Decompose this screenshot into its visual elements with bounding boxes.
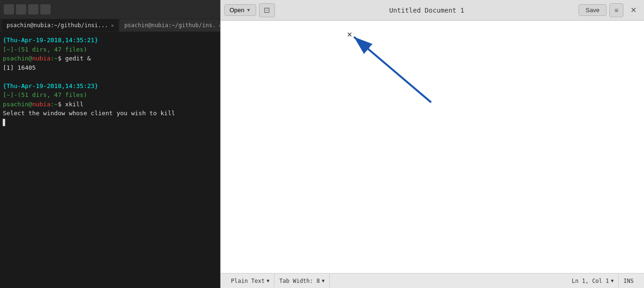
terminal-tab-1-close[interactable]: ✕ (111, 22, 114, 29)
hamburger-icon: ≡ (614, 7, 618, 14)
save-button[interactable]: Save (578, 4, 607, 16)
terminal-line-2: [~]-(51 dirs, 47 files) (3, 45, 217, 54)
terminal-tab-2-label: psachin@nubia:~/github/ins. (124, 22, 215, 29)
terminal-line-3: psachin@nubia:~$ gedit & (3, 54, 217, 63)
svg-line-1 (354, 37, 431, 103)
terminal-btn-3[interactable] (28, 4, 38, 15)
gedit-window: Open ▼ ⊡ Untitled Document 1 Save ≡ ✕ ✕ (220, 0, 644, 288)
cursor-position-label: Ln 1, Col 1 (572, 278, 609, 284)
terminal-line-9: Select the window whose client you wish … (3, 109, 217, 118)
terminal-line-8: psachin@nubia:~$ xkill (3, 100, 217, 109)
close-icon: ✕ (630, 6, 637, 15)
open-button-label: Open (229, 7, 244, 14)
terminal-line-4: [1] 16405 (3, 63, 217, 73)
plain-text-selector[interactable]: Plain Text ▼ (226, 273, 274, 288)
plain-text-label: Plain Text (231, 278, 265, 284)
annotation-arrow (221, 21, 644, 273)
terminal-tab-bar: psachin@nubia:~/github/insi... ✕ psachin… (0, 19, 220, 32)
terminal-line-6: {Thu-Apr-19-2018,14:35:23} (3, 81, 217, 91)
terminal-tab-1-label: psachin@nubia:~/github/insi... (7, 22, 108, 29)
cursor-position-dropdown-arrow: ▼ (611, 278, 614, 283)
terminal-tab-1[interactable]: psachin@nubia:~/github/insi... ✕ (2, 19, 118, 31)
terminal-btn-4[interactable] (40, 4, 51, 15)
terminal-content: {Thu-Apr-19-2018,14:35:21} [~]-(51 dirs,… (0, 32, 220, 288)
terminal-btn-2[interactable] (16, 4, 26, 15)
terminal-line-5 (3, 72, 217, 81)
menu-button[interactable]: ≡ (609, 3, 623, 17)
ins-label: INS (623, 278, 634, 284)
cursor-position[interactable]: Ln 1, Col 1 ▼ (567, 273, 619, 288)
terminal-window: psachin@nubia:~/github/insi... ✕ psachin… (0, 0, 220, 288)
gedit-window-title: Untitled Document 1 (278, 7, 576, 14)
close-button[interactable]: ✕ (626, 3, 640, 17)
camera-icon: ⊡ (264, 6, 270, 15)
terminal-line-1: {Thu-Apr-19-2018,14:35:21} (3, 36, 217, 45)
terminal-line-10: ▋ (3, 118, 217, 127)
gedit-editor-area[interactable]: ✕ (221, 21, 644, 273)
camera-button[interactable]: ⊡ (259, 3, 275, 17)
tab-width-dropdown-arrow: ▼ (322, 278, 325, 283)
terminal-btn-1[interactable] (4, 4, 14, 15)
terminal-tab-2[interactable]: psachin@nubia:~/github/ins. ✕ (119, 19, 226, 31)
tab-width-label: Tab Width: 8 (279, 278, 320, 284)
terminal-topbar (0, 0, 220, 19)
gedit-statusbar: Plain Text ▼ Tab Width: 8 ▼ Ln 1, Col 1 … (221, 273, 644, 288)
gedit-titlebar: Open ▼ ⊡ Untitled Document 1 Save ≡ ✕ (221, 0, 644, 21)
terminal-line-7: [~]-(51 dirs, 47 files) (3, 90, 217, 100)
plain-text-dropdown-arrow: ▼ (266, 278, 269, 283)
open-button[interactable]: Open ▼ (224, 4, 256, 16)
ins-mode[interactable]: INS (619, 273, 638, 288)
x-mark-indicator: ✕ (347, 29, 352, 39)
tab-width-selector[interactable]: Tab Width: 8 ▼ (274, 273, 330, 288)
open-dropdown-arrow: ▼ (246, 7, 251, 13)
